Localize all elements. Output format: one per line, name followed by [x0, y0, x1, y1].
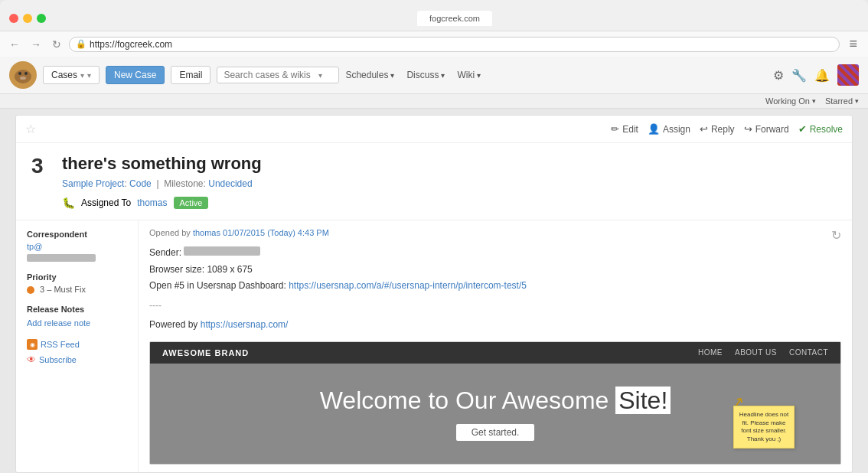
- app-logo: [9, 61, 37, 89]
- subscribe-link[interactable]: 👁 Subscribe: [27, 354, 127, 365]
- minimize-dot[interactable]: [23, 14, 32, 23]
- case-details: Sender: Browser size: 1089 x 675 Open #5…: [149, 245, 841, 334]
- powered-by-row: Powered by https://usersnap.com/: [149, 317, 841, 334]
- rss-icon: ◉: [27, 339, 38, 350]
- forward-icon: ↪: [744, 123, 752, 135]
- main-content: ☆ ✏ Edit 👤 Assign ↩ Reply ↪ Forward: [0, 109, 868, 473]
- correspondent-section: Correspondent tp@: [27, 230, 127, 262]
- new-case-button[interactable]: New Case: [106, 66, 165, 84]
- search-bar[interactable]: ▾: [217, 67, 339, 83]
- bug-icon: 🐛: [62, 197, 75, 209]
- assign-icon: 👤: [648, 123, 660, 135]
- browser-tab[interactable]: fogcreek.com: [417, 11, 492, 26]
- browser-menu-button[interactable]: ≡: [844, 34, 862, 54]
- screenshot-preview: AWESOME BRAND HOME ABOUT US CONTACT Welc…: [149, 341, 841, 465]
- browser-toolbar: ← → ↻ 🔒 https://fogcreek.com ≡: [0, 31, 868, 57]
- resolve-button[interactable]: ✔ Resolve: [798, 123, 843, 135]
- toolbar-actions: ✏ Edit 👤 Assign ↩ Reply ↪ Forward ✔ R: [611, 123, 843, 135]
- project-link[interactable]: Sample Project: [62, 178, 124, 189]
- case-body: Correspondent tp@ Priority 3 – Must Fix …: [16, 220, 852, 472]
- case-number: 3: [31, 154, 44, 178]
- usersnap-home-link[interactable]: https://usersnap.com/: [201, 319, 289, 330]
- browser-chrome: fogcreek.com ← → ↻ 🔒 https://fogcreek.co…: [0, 0, 868, 57]
- refresh-button[interactable]: ↻: [49, 37, 64, 52]
- close-dot[interactable]: [9, 14, 18, 23]
- forward-button[interactable]: →: [28, 37, 44, 52]
- bell-icon[interactable]: 🔔: [814, 68, 830, 83]
- subheader: Working On ▾ Starred ▾: [0, 94, 868, 109]
- separator: ----: [149, 298, 841, 315]
- maximize-dot[interactable]: [37, 14, 46, 23]
- search-input[interactable]: [224, 70, 315, 80]
- browser-size-row: Browser size: 1089 x 675: [149, 262, 841, 279]
- correspondent-label: Correspondent: [27, 230, 127, 239]
- case-meta: Sample Project: Code | Milestone: Undeci…: [62, 178, 837, 189]
- rss-feed-link[interactable]: ◉ RSS Feed: [27, 339, 127, 350]
- lock-icon: 🔒: [76, 39, 86, 49]
- release-notes-section: Release Notes Add release note: [27, 305, 127, 328]
- svg-point-3: [24, 72, 28, 75]
- screenshot-navbar: AWESOME BRAND HOME ABOUT US CONTACT: [150, 342, 840, 364]
- search-dropdown-arrow: ▾: [318, 71, 322, 80]
- forward-button[interactable]: ↪ Forward: [744, 123, 789, 135]
- release-notes-label: Release Notes: [27, 305, 127, 314]
- usersnap-link[interactable]: https://usersnap.com/a/#/usersnap-intern…: [289, 280, 527, 291]
- case-sidebar: Correspondent tp@ Priority 3 – Must Fix …: [16, 220, 139, 472]
- hero-title-highlight: Site!: [615, 387, 671, 414]
- case-assignment: 🐛 Assigned To thomas Active: [62, 197, 837, 209]
- priority-section: Priority 3 – Must Fix: [27, 272, 127, 294]
- svg-point-4: [20, 77, 26, 80]
- app-header: Cases ▾ ▾ New Case Email ▾ Schedules ▾ D…: [0, 57, 868, 94]
- avatar[interactable]: [837, 64, 859, 86]
- nav-contact: CONTACT: [789, 348, 828, 357]
- sender-row: Sender:: [149, 245, 841, 262]
- assign-button[interactable]: 👤 Assign: [648, 123, 690, 135]
- tools-icon[interactable]: 🔧: [791, 68, 807, 83]
- screenshot-hero: Welcome to Our Awesome Site! Get started…: [150, 364, 840, 464]
- assignee-link[interactable]: thomas: [137, 197, 167, 208]
- star-icon[interactable]: ☆: [25, 122, 36, 136]
- priority-value: 3 – Must Fix: [27, 285, 127, 294]
- hero-title: Welcome to Our Awesome Site!: [320, 387, 671, 415]
- working-on-dropdown[interactable]: Working On ▾: [765, 96, 816, 106]
- area-link[interactable]: Code: [129, 178, 152, 189]
- nav-home: HOME: [698, 348, 723, 357]
- edit-icon: ✏: [611, 123, 619, 135]
- case-toolbar: ☆ ✏ Edit 👤 Assign ↩ Reply ↪ Forward: [16, 116, 852, 143]
- usersnap-link-row: Open #5 in Usersnap Dashboard: https://u…: [149, 278, 841, 295]
- priority-label: Priority: [27, 272, 127, 282]
- resolve-icon: ✔: [798, 123, 807, 135]
- reply-button[interactable]: ↩ Reply: [700, 123, 735, 135]
- correspondent-link[interactable]: tp@: [27, 242, 42, 251]
- screenshot-brand: AWESOME BRAND: [162, 348, 249, 357]
- milestone-link[interactable]: Undecided: [208, 178, 252, 189]
- opener-link[interactable]: thomas: [193, 228, 220, 237]
- cases-split-arrow: ▾: [87, 71, 91, 80]
- address-bar[interactable]: 🔒 https://fogcreek.com: [69, 37, 840, 52]
- cases-dropdown-arrow: ▾: [80, 71, 84, 80]
- nav-about: ABOUT US: [735, 348, 777, 357]
- browser-titlebar: fogcreek.com: [0, 6, 868, 31]
- refresh-icon[interactable]: ↻: [831, 228, 841, 243]
- sender-blurred: [184, 246, 260, 256]
- email-button[interactable]: Email: [171, 66, 210, 84]
- starred-dropdown[interactable]: Starred ▾: [825, 96, 859, 106]
- edit-button[interactable]: ✏ Edit: [611, 123, 638, 135]
- settings-icon[interactable]: ⚙: [773, 68, 784, 83]
- correspondent-value: tp@: [27, 242, 127, 251]
- wiki-link[interactable]: Wiki ▾: [457, 70, 481, 80]
- schedules-link[interactable]: Schedules ▾: [345, 70, 394, 80]
- back-button[interactable]: ←: [6, 37, 23, 52]
- opened-date: 01/07/2015 (Today) 4:43 PM: [223, 228, 329, 237]
- url-text: https://fogcreek.com: [90, 39, 172, 50]
- case-panel: ☆ ✏ Edit 👤 Assign ↩ Reply ↪ Forward: [15, 115, 853, 473]
- cases-button[interactable]: Cases ▾ ▾: [43, 66, 100, 84]
- sticky-note: Headline does not fit. Please make font …: [733, 406, 795, 449]
- case-main-content: ↻ Opened by thomas 01/07/2015 (Today) 4:…: [139, 220, 852, 472]
- discuss-link[interactable]: Discuss ▾: [406, 70, 445, 80]
- case-title: there's something wrong: [62, 154, 837, 174]
- reply-icon: ↩: [700, 123, 708, 135]
- add-release-note-link[interactable]: Add release note: [27, 318, 90, 328]
- case-header: 3 there's something wrong Sample Project…: [16, 143, 852, 220]
- screenshot-nav: HOME ABOUT US CONTACT: [698, 348, 828, 357]
